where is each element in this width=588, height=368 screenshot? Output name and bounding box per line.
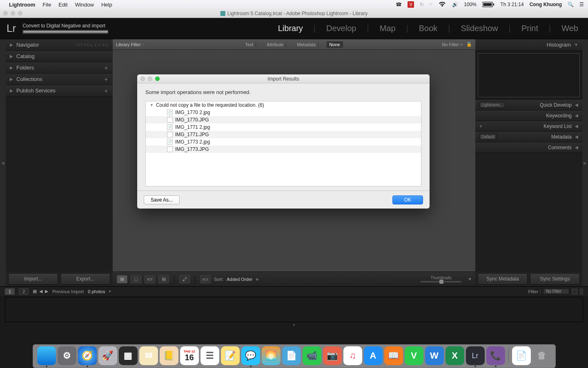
module-book[interactable]: Book [419,24,438,33]
right-edge-toggle[interactable]: ▶ [582,39,588,286]
filter-flag-icon[interactable] [572,289,577,294]
dock-trash[interactable]: 🗑 [532,346,551,365]
nav-back-icon[interactable]: ◀ [39,289,42,294]
navigator-zoom-presets[interactable]: FIT FILL 1:1 2:1 [76,43,109,47]
notification-center-icon[interactable]: ☰ [579,2,584,7]
filter-attribute[interactable]: Attribute [264,41,286,48]
menu-file[interactable]: File [42,2,51,8]
filmstrip[interactable] [5,297,583,322]
viber-menubar-icon[interactable]: ☎ [396,2,402,7]
dock-contacts[interactable]: 📒 [160,346,178,365]
error-file-row[interactable]: IMG_1770.JPG [146,116,421,123]
dock-reminders[interactable]: ☰ [200,346,219,365]
progress-bar[interactable]: ✕ [22,30,108,34]
plus-icon[interactable]: + [105,65,108,71]
panel-catalog[interactable]: ▶Catalog [6,51,113,62]
sort-direction-icon[interactable]: a↕z [200,275,211,283]
clock[interactable]: Th 3 21:14 [500,2,523,7]
screen-badge-2[interactable]: 2 [19,288,29,295]
panel-metadata[interactable]: DefaultMetadata◀ [475,132,582,142]
sync-metadata-button[interactable]: Sync Metadata [478,273,528,285]
filmstrip-toggle[interactable]: ▼ [0,323,588,328]
grid-icon[interactable]: ▦ [33,289,37,294]
menu-window[interactable]: Window [75,2,94,8]
export-button[interactable]: Export... [60,273,110,285]
wifi-icon[interactable] [438,2,446,7]
dock-messages[interactable]: 💬 [241,346,260,365]
dock-appstore[interactable]: A [364,346,383,365]
error-group-row[interactable]: ▼Could not copy a file to the requested … [146,101,421,109]
spotlight-icon[interactable]: 🔍 [568,2,574,7]
filter-none[interactable]: None [327,41,343,48]
menubar-app[interactable]: Lightroom [9,2,35,8]
ok-button[interactable]: OK [392,195,423,204]
filter-switch-icon[interactable] [580,289,583,294]
sort-value[interactable]: Added Order [227,277,252,282]
filmstrip-filter-select[interactable]: No Filter [543,288,569,294]
menu-help[interactable]: Help [101,2,112,8]
dock-calendar[interactable]: THG 1216 [180,346,199,365]
dock-itunes[interactable]: ♫ [343,346,362,365]
dock-lightroom[interactable]: Lr [466,346,485,365]
nav-fwd-icon[interactable]: ▶ [45,289,48,294]
toolbar-menu-icon[interactable]: ▾ [469,276,471,282]
timemachine-icon[interactable]: ↻ [420,2,424,7]
panel-keyword-list[interactable]: +Keyword List◀ [475,121,582,132]
left-edge-toggle[interactable]: ◀ [0,39,6,286]
view-compare-icon[interactable]: X|Y [145,275,155,283]
menu-edit[interactable]: Edit [58,2,67,8]
error-file-row[interactable]: IMG_1773.JPG [146,146,421,153]
module-print[interactable]: Print [521,24,538,33]
view-survey-icon[interactable]: ▤ [158,275,169,283]
dock-launchpad[interactable]: 🚀 [98,346,117,365]
filmstrip-count[interactable]: 0 photos [88,289,105,294]
panel-navigator[interactable]: ▶ Navigator FIT FILL 1:1 2:1 [6,39,113,51]
traffic-lights[interactable] [3,11,22,16]
panel-publish[interactable]: ▶Publish Services+ [6,85,113,96]
error-file-row[interactable]: IMG_1771 2.jpg [146,123,421,131]
panel-comments[interactable]: Comments◀ [475,142,582,153]
panel-keywording[interactable]: Keywording◀ [475,110,582,121]
view-loupe-icon[interactable]: ▢ [131,275,141,283]
dock-finder[interactable] [37,346,56,365]
bluetooth-icon[interactable]: ⌔ [430,2,432,7]
v-menubar-icon[interactable]: V [408,1,414,8]
filmstrip-source[interactable]: Previous Import [52,289,84,294]
filter-preset[interactable]: No Filter [442,42,459,47]
dock-facetime[interactable]: 📹 [303,346,321,365]
panel-quick-develop[interactable]: Lightroom...Quick Develop◀ [475,100,582,110]
plus-icon[interactable]: + [105,76,108,83]
dock-excel[interactable]: X [445,346,464,365]
dock-vapp[interactable]: V [405,346,423,365]
dock-safari[interactable]: 🧭 [78,346,97,365]
progress-cancel-icon[interactable]: ✕ [105,29,109,34]
panel-folders[interactable]: ▶Folders+ [6,62,113,74]
battery-icon[interactable] [482,2,494,7]
dock-viber[interactable]: 📞 [486,346,505,365]
dock-settings[interactable]: ⚙ [58,346,76,365]
thumbnail-size-slider[interactable] [421,281,461,283]
sort-menu-icon[interactable]: ≑ [256,277,259,281]
dock-mission[interactable]: ▦ [119,346,138,365]
panel-histogram[interactable]: Histogram ▼ [475,39,582,51]
dialog-error-list[interactable]: ▼Could not copy a file to the requested … [145,101,421,186]
dock-ibooks[interactable]: 📖 [384,346,403,365]
dock-preview[interactable]: 📄 [282,346,301,365]
import-button[interactable]: Import... [8,273,58,285]
dock-textedit[interactable]: 📄 [512,346,531,365]
error-file-row[interactable]: IMG_1773 2.jpg [146,138,421,146]
view-grid-icon[interactable]: ▦ [117,275,127,283]
module-web[interactable]: Web [561,24,578,33]
volume-icon[interactable]: 🔊 [452,2,458,7]
error-file-row[interactable]: IMG_1770 2.jpg [146,109,421,116]
sync-settings-button[interactable]: Sync Settings [530,273,580,285]
save-as-button[interactable]: Save As... [144,195,180,204]
user-name[interactable]: Cong Khuong [530,2,562,7]
screen-badge-1[interactable]: 1 [5,288,15,295]
painter-icon[interactable]: 🖍 [179,275,190,283]
dock-photobooth[interactable]: 📷 [323,346,342,365]
module-develop[interactable]: Develop [326,24,356,33]
filter-text[interactable]: Text [243,41,256,48]
dock-word[interactable]: W [425,346,444,365]
dialog-traffic-lights[interactable] [140,76,160,81]
